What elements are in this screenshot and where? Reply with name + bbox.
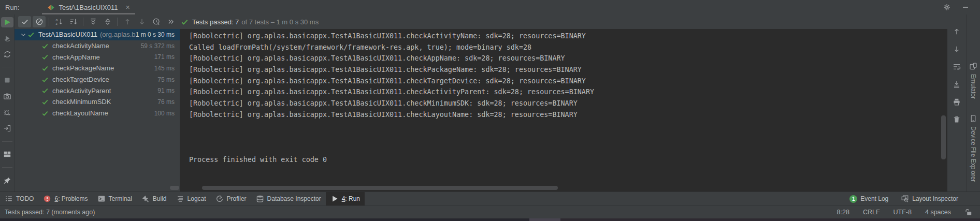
lock-icon[interactable] [964,208,973,216]
console-vertical-scrollbar[interactable] [941,115,946,159]
suite-name: TestA1BasicUIX011 [38,31,97,38]
console-line: [Robolectric] org.aplas.basicappx.TestA1… [189,98,947,109]
test-passed-icon [41,64,49,72]
console-line: [Robolectric] org.aplas.basicappx.TestA1… [189,64,947,76]
test-duration: 75 ms [157,76,180,83]
expand-all-button[interactable] [87,16,99,27]
tool-button-problems[interactable]: 6: Problems [38,192,92,205]
test-tree: TestA1BasicUIX011 (org.aplas.basi 1 m 0 … [15,29,180,191]
toggle-auto-test-button[interactable] [1,49,13,60]
chevron-down-icon[interactable] [20,31,27,38]
run-config-tab[interactable]: TestA1BasicUIX011 × [42,0,135,14]
test-duration: 59 s 372 ms [141,42,180,50]
tool-button-database-inspector[interactable]: Database Inspector [251,192,326,205]
previous-failed-test-button[interactable] [121,16,134,27]
hide-icon[interactable] [961,3,970,11]
test-suite-row[interactable]: TestA1BasicUIX011 (org.aplas.basi 1 m 0 … [15,29,180,40]
tree-horizontal-scrollbar[interactable] [170,186,179,190]
encoding-widget[interactable]: UTF-8 [893,209,912,216]
event-log-button[interactable]: 1 Event Log [849,192,888,205]
test-tree-toolbar: az [15,14,180,29]
stop-button[interactable] [1,75,13,85]
mnemonic: 4 [342,195,345,202]
restore-layout-button[interactable] [1,149,13,159]
console-horizontal-scrollbar[interactable] [202,186,558,190]
test-row[interactable]: checkTargetDevice 75 ms [15,74,180,85]
rerun-button[interactable] [1,17,13,27]
test-row[interactable]: checkAppName 171 ms [15,51,180,63]
test-row[interactable]: checkMinimumSDK 76 ms [15,96,180,108]
status-message: Tests passed: 7 (moments ago) [5,209,95,216]
next-failed-test-button[interactable] [135,16,148,27]
soft-wrap-toggle[interactable] [951,61,962,72]
show-ignored-toggle[interactable] [33,16,46,27]
right-tool-window-bar: Emulator Device File Explorer [966,14,980,191]
console-line: [Robolectric] org.aplas.basicappx.TestA1… [189,76,947,87]
tool-button-build[interactable]: Build [137,192,171,205]
console-line: Process finished with exit code 0 [189,154,947,166]
sort-by-duration-toggle[interactable] [67,16,80,27]
scroll-up-button[interactable] [951,26,962,37]
test-passed-icon [41,53,49,61]
tool-button-label: : Problems [58,195,88,202]
console-output[interactable]: [Robolectric] org.aplas.basicappx.TestA1… [180,29,947,191]
separator [117,18,118,26]
bottom-edge-strip [0,218,980,221]
tab-title: TestA1BasicUIX011 [59,4,118,11]
clear-all-button[interactable] [951,114,962,125]
layout-inspector-button[interactable]: Layout Inspector [901,192,958,205]
scroll-to-end-button[interactable] [951,79,962,90]
run-window-title: Run: [5,4,19,11]
caret-position-widget[interactable]: 8:28 [837,209,849,216]
pin-tab-button[interactable] [1,175,13,186]
test-duration: 100 ms [154,110,180,117]
test-passed-icon [41,76,49,83]
test-row[interactable]: checkPackageName 145 ms [15,63,180,74]
android-studio-run-tool-window: { "colors": { "panel_bg": "#3c3f41", "co… [0,0,980,221]
import-test-results-button[interactable] [1,123,13,134]
show-passed-toggle[interactable] [18,16,31,27]
test-passed-icon [41,98,49,106]
tool-button-device-file-explorer[interactable]: Device File Explorer [969,114,977,182]
test-row[interactable]: checkActivityParent 91 ms [15,85,180,96]
summary-detail: of 7 tests – 1 m 0 s 30 ms [241,18,319,26]
scroll-down-button[interactable] [951,43,962,55]
suite-package: (org.aplas.basi [100,31,136,38]
more-actions-icon[interactable] [165,18,177,26]
layout-inspector-icon [901,195,909,203]
run-icon [330,195,339,203]
event-log-label: Event Log [860,195,888,202]
test-row[interactable]: checkActivityName 59 s 372 ms [15,40,180,52]
screenshot-button[interactable] [1,91,13,101]
tool-button-label: Logcat [188,195,206,202]
rerun-failed-tests-button[interactable] [1,33,13,43]
tool-button-logcat[interactable]: Logcat [171,192,211,205]
test-history-button[interactable] [150,16,163,27]
line-separator-widget[interactable]: CRLF [863,209,880,216]
tool-button-todo[interactable]: TODO [0,192,38,205]
summary-passed-icon [181,18,189,26]
tab-close-icon[interactable]: × [125,3,129,11]
profile-button[interactable] [1,107,13,117]
test-name: checkAppName [52,53,100,61]
tool-button-label: Terminal [109,195,132,202]
problems-icon [43,195,51,203]
tool-button-profiler[interactable]: Profiler [211,192,251,205]
separator [2,141,12,142]
suite-passed-icon [27,31,35,38]
tool-button-terminal[interactable]: Terminal [93,192,137,205]
device-file-explorer-label: Device File Explorer [970,126,977,182]
test-summary: Tests passed: 7 of 7 tests – 1 m 0 s 30 … [180,14,947,29]
print-button[interactable] [951,96,962,108]
collapse-all-button[interactable] [101,16,114,27]
indent-widget[interactable]: 4 spaces [925,209,951,216]
console-column: Tests passed: 7 of 7 tests – 1 m 0 s 30 … [180,14,947,191]
tool-button-label: TODO [16,195,34,202]
sort-alphabetically-toggle[interactable]: az [52,16,65,27]
console-line [189,131,947,143]
test-row[interactable]: checkLayoutName 100 ms [15,108,180,119]
tool-button-run[interactable]: 4: Run [326,192,365,205]
settings-icon[interactable] [943,3,951,11]
tool-button-label: : Run [345,195,360,202]
tool-button-emulator[interactable]: Emulator [969,62,977,99]
